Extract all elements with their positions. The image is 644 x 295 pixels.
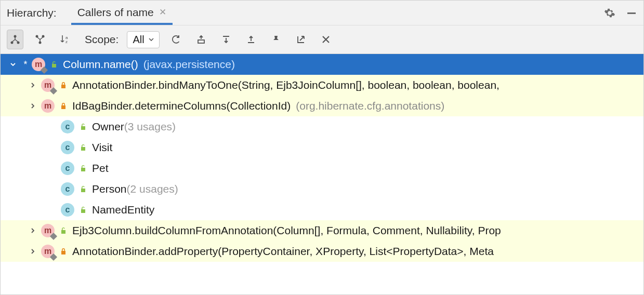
scope-label: Scope: (85, 33, 119, 46)
chevron-right-icon (47, 122, 58, 132)
lock-icon (59, 248, 68, 255)
tree-row[interactable]: mIdBagBinder.determineColumns(Collection… (1, 96, 643, 116)
tree-row[interactable]: cVisit (1, 137, 643, 158)
tree-row[interactable]: mAnnotationBinder.bindManyToOne(String, … (1, 75, 643, 96)
node-label: IdBagBinder.determineColumns(CollectionI… (72, 100, 291, 112)
panel-title: Hierarchy: (7, 7, 57, 19)
method-icon: m (32, 58, 45, 71)
unlock-icon (78, 185, 88, 193)
tree-row[interactable]: cOwner(3 usages) (1, 116, 643, 137)
class-icon: c (61, 120, 74, 133)
unlock-icon (78, 206, 88, 213)
unlock-icon (49, 61, 59, 68)
gear-icon[interactable] (604, 7, 615, 19)
class-icon: c (61, 203, 74, 217)
method-icon: m (41, 99, 55, 113)
method-icon: m (41, 245, 55, 258)
chevron-right-icon[interactable] (28, 80, 38, 90)
chevron-right-icon (47, 205, 58, 215)
close-button[interactable] (318, 30, 334, 49)
chevron-right-icon[interactable] (28, 101, 38, 111)
svg-point-6 (39, 42, 42, 44)
node-label: Owner (92, 120, 124, 133)
node-label: Pet (92, 162, 109, 175)
method-icon: m (41, 224, 55, 237)
node-label: Person (92, 183, 127, 195)
caller-hierarchy-button[interactable] (7, 30, 23, 49)
svg-rect-0 (627, 12, 636, 14)
svg-text:z: z (65, 39, 68, 44)
minimize-icon[interactable] (626, 7, 637, 19)
method-icon: m (41, 78, 55, 92)
class-icon: c (61, 162, 74, 175)
chevron-right-icon (47, 184, 58, 194)
tree-row[interactable]: mAnnotationBinder.addProperty(PropertyCo… (1, 241, 643, 262)
star-icon: * (21, 59, 30, 70)
package-label: (org.hibernate.cfg.annotations) (296, 100, 444, 112)
tab-callers[interactable]: Callers of name ✕ (71, 1, 173, 25)
toolbar: az Scope: All (1, 25, 643, 54)
node-label: Ejb3Column.buildColumnFromAnnotation(Col… (72, 224, 501, 237)
expand-all-button[interactable] (218, 30, 234, 49)
sort-button[interactable]: az (57, 30, 73, 49)
usages-count: (3 usages) (124, 120, 176, 133)
lock-icon (59, 82, 68, 89)
node-label: Visit (92, 141, 112, 154)
tree-row[interactable]: cPet (1, 158, 643, 179)
tree-row[interactable]: *mColumn.name()(javax.persistence) (1, 54, 643, 75)
lock-icon (59, 102, 68, 110)
class-icon: c (61, 141, 74, 154)
node-label: AnnotationBinder.bindManyToOne(String, E… (72, 79, 500, 91)
chevron-down-icon[interactable] (8, 59, 18, 70)
chevron-right-icon (47, 142, 58, 153)
scope-value: All (133, 34, 144, 46)
tree-row[interactable]: cPerson(2 usages) (1, 179, 643, 199)
pin-button[interactable] (268, 30, 284, 49)
svg-rect-9 (198, 40, 204, 43)
unlock-icon (78, 123, 88, 130)
chevron-right-icon[interactable] (28, 225, 38, 236)
tree-row[interactable]: mEjb3Column.buildColumnFromAnnotation(Co… (1, 220, 643, 241)
node-label: Column.name() (63, 58, 138, 71)
node-label: NamedEntity (92, 204, 154, 216)
chevron-right-icon (47, 163, 58, 173)
tab-bar: Hierarchy: Callers of name ✕ (1, 1, 643, 25)
chevron-right-icon[interactable] (28, 246, 38, 257)
callee-hierarchy-button[interactable] (32, 30, 48, 49)
refresh-button[interactable] (168, 30, 185, 49)
package-label: (javax.persistence) (143, 58, 235, 71)
unlock-icon (78, 165, 88, 172)
class-icon: c (61, 182, 74, 196)
node-label: AnnotationBinder.addProperty(PropertyCon… (72, 245, 494, 258)
usages-count: (2 usages) (127, 183, 178, 195)
svg-point-1 (14, 35, 17, 38)
autoscroll-to-source-button[interactable] (193, 30, 209, 49)
unlock-icon (78, 144, 88, 151)
unlock-icon (59, 227, 68, 234)
tree-row[interactable]: cNamedEntity (1, 199, 643, 220)
export-button[interactable] (293, 30, 309, 49)
close-icon[interactable]: ✕ (159, 7, 166, 18)
tab-label: Callers of name (77, 6, 154, 19)
collapse-all-button[interactable] (243, 30, 259, 49)
scope-dropdown[interactable]: All (127, 31, 159, 48)
hierarchy-tree: *mColumn.name()(javax.persistence)mAnnot… (1, 54, 643, 262)
